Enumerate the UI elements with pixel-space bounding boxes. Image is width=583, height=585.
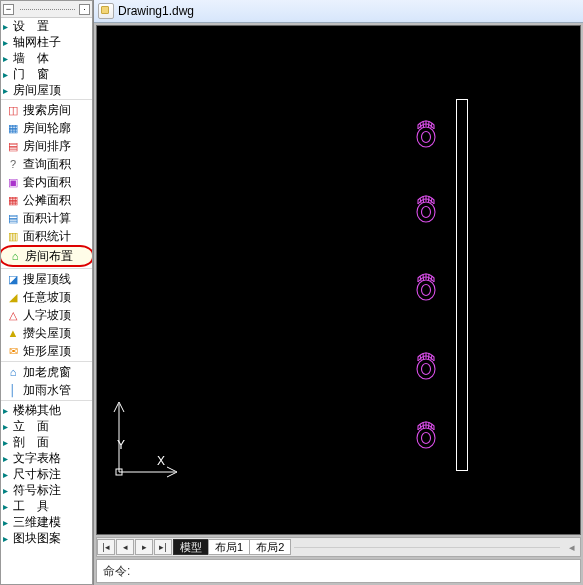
fixture-toilet[interactable] <box>412 117 440 149</box>
chevron-right-icon: ▸ <box>3 453 13 464</box>
svg-point-1 <box>422 132 431 143</box>
chevron-right-icon: ▸ <box>3 517 13 528</box>
tree-group[interactable]: ▸立 面 <box>1 418 92 434</box>
fixture-toilet[interactable] <box>412 270 440 302</box>
item-icon: ◢ <box>5 290 21 304</box>
svg-line-26 <box>429 353 430 359</box>
tree-group[interactable]: ▸轴网柱子 <box>1 34 92 50</box>
chevron-right-icon: ▸ <box>3 469 13 480</box>
tree-group[interactable]: ▸尺寸标注 <box>1 466 92 482</box>
sidebar-item[interactable]: │加雨水管 <box>1 381 92 399</box>
item-label: 查询面积 <box>23 156 71 173</box>
item-label: 公摊面积 <box>23 192 71 209</box>
sidebar-item[interactable]: ◢任意坡顶 <box>1 288 92 306</box>
sidebar-item[interactable]: ▥面积统计 <box>1 227 92 245</box>
tree-divider <box>20 9 75 10</box>
item-label: 矩形屋顶 <box>23 343 71 360</box>
sidebar-item[interactable]: ▲攒尖屋顶 <box>1 324 92 342</box>
item-icon: ◪ <box>5 272 21 286</box>
chevron-right-icon: ▸ <box>3 53 13 64</box>
nav-last-button[interactable]: ▸| <box>154 539 172 555</box>
tab-layout2[interactable]: 布局2 <box>249 539 291 555</box>
sidebar-item[interactable]: ▦公摊面积 <box>1 191 92 209</box>
sidebar-item[interactable]: ▤面积计算 <box>1 209 92 227</box>
svg-line-24 <box>423 353 424 359</box>
svg-point-22 <box>422 364 431 375</box>
sidebar-item[interactable]: ◫搜索房间 <box>1 101 92 119</box>
item-label: 任意坡顶 <box>23 289 71 306</box>
svg-point-15 <box>422 285 431 296</box>
group-label: 设 置 <box>13 18 49 35</box>
group-label: 楼梯其他 <box>13 402 61 419</box>
sidebar-item[interactable]: △人字坡顶 <box>1 306 92 324</box>
svg-point-8 <box>422 207 431 218</box>
tree-group[interactable]: ▸房间屋顶 <box>1 82 92 98</box>
nav-prev-button[interactable]: ◂ <box>116 539 134 555</box>
svg-point-29 <box>422 433 431 444</box>
item-icon: ▦ <box>5 193 21 207</box>
svg-line-17 <box>423 274 424 280</box>
wall-rect <box>456 99 468 471</box>
group-label: 符号标注 <box>13 482 61 499</box>
tree-collapse-toggle[interactable]: − <box>3 4 14 15</box>
fixture-toilet[interactable] <box>412 418 440 450</box>
tree-group[interactable]: ▸门 窗 <box>1 66 92 82</box>
tree-group[interactable]: ▸设 置 <box>1 18 92 34</box>
tree-group[interactable]: ▸楼梯其他 <box>1 402 92 418</box>
fixture-toilet[interactable] <box>412 192 440 224</box>
ucs-axes <box>103 394 183 484</box>
item-label: 攒尖屋顶 <box>23 325 71 342</box>
group-label: 三维建模 <box>13 514 61 531</box>
command-line[interactable]: 命令: <box>96 559 581 583</box>
item-label: 人字坡顶 <box>23 307 71 324</box>
item-icon: │ <box>5 383 21 397</box>
sidebar-item[interactable]: ◪搜屋顶线 <box>1 270 92 288</box>
chevron-right-icon: ▸ <box>3 85 13 96</box>
fixture-toilet[interactable] <box>412 349 440 381</box>
svg-line-3 <box>423 121 424 127</box>
tree-group[interactable]: ▸图块图案 <box>1 530 92 546</box>
chevron-right-icon: ▸ <box>3 533 13 544</box>
item-icon: ▤ <box>5 211 21 225</box>
item-label: 面积计算 <box>23 210 71 227</box>
axis-x-label: X <box>157 454 165 468</box>
item-icon: △ <box>5 308 21 322</box>
tab-layout1[interactable]: 布局1 <box>208 539 250 555</box>
titlebar: Drawing1.dwg <box>94 0 583 23</box>
nav-scroll-left[interactable]: ◂ <box>564 541 580 554</box>
sidebar-item[interactable]: ✉矩形屋顶 <box>1 342 92 360</box>
chevron-right-icon: ▸ <box>3 37 13 48</box>
sidebar-item[interactable]: ?查询面积 <box>1 155 92 173</box>
item-icon: ▣ <box>5 175 21 189</box>
tree-group[interactable]: ▸文字表格 <box>1 450 92 466</box>
chevron-right-icon: ▸ <box>3 405 13 416</box>
sidebar-item[interactable]: ▤房间排序 <box>1 137 92 155</box>
item-icon: ▦ <box>5 121 21 135</box>
item-icon: ? <box>5 157 21 171</box>
tree-aux-toggle[interactable]: · <box>79 4 90 15</box>
item-label: 房间布置 <box>25 248 73 265</box>
sidebar-item[interactable]: ▣套内面积 <box>1 173 92 191</box>
group-label: 剖 面 <box>13 434 49 451</box>
tree-group[interactable]: ▸剖 面 <box>1 434 92 450</box>
tree-group[interactable]: ▸符号标注 <box>1 482 92 498</box>
tree-group[interactable]: ▸工 具 <box>1 498 92 514</box>
axis-y-label: Y <box>117 438 125 452</box>
sidebar-item[interactable]: ▦房间轮廓 <box>1 119 92 137</box>
nav-next-button[interactable]: ▸ <box>135 539 153 555</box>
nav-first-button[interactable]: |◂ <box>97 539 115 555</box>
item-room-layout[interactable]: ⌂ 房间布置 <box>0 245 93 267</box>
item-icon: ▥ <box>5 229 21 243</box>
file-icon <box>98 3 114 19</box>
document-title: Drawing1.dwg <box>118 4 194 18</box>
chevron-right-icon: ▸ <box>3 501 13 512</box>
group-label: 图块图案 <box>13 530 61 547</box>
tree-group[interactable]: ▸墙 体 <box>1 50 92 66</box>
tree-header: − · <box>1 1 92 18</box>
canvas[interactable]: Y X <box>96 25 581 535</box>
chevron-right-icon: ▸ <box>3 437 13 448</box>
tree-group[interactable]: ▸三维建模 <box>1 514 92 530</box>
tab-model[interactable]: 模型 <box>173 539 209 555</box>
group-label: 立 面 <box>13 418 49 435</box>
sidebar-item[interactable]: ⌂加老虎窗 <box>1 363 92 381</box>
